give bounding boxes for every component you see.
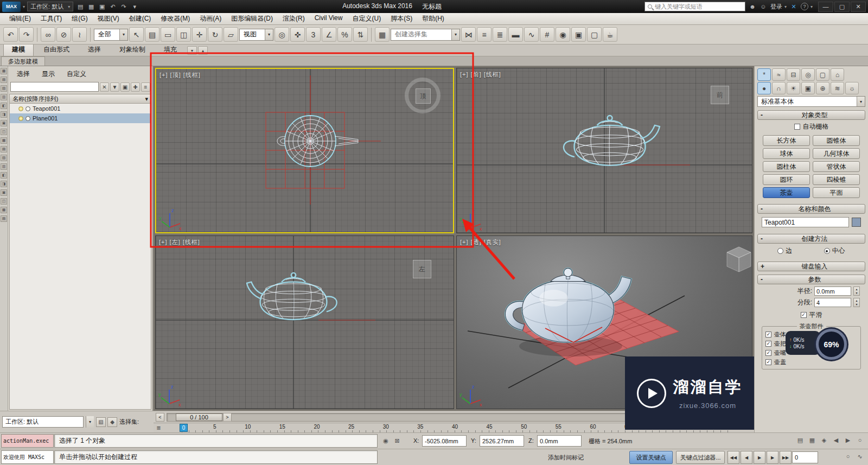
ribbon-tab[interactable]: 自由形式 <box>35 43 78 56</box>
list-item[interactable]: Teapot001 <box>10 104 151 113</box>
side-tool-icon[interactable]: ◧ <box>1 172 7 179</box>
side-tool-icon[interactable]: ◧ <box>1 103 7 109</box>
help-caret-icon[interactable]: ▾ <box>810 4 813 9</box>
segments-field[interactable]: 4 <box>814 298 851 307</box>
side-tool-icon[interactable]: ◨ <box>1 111 7 118</box>
progress-percent-badge[interactable]: 69% <box>816 329 847 360</box>
display-tab-icon[interactable]: ▢ <box>816 68 829 81</box>
help-icon[interactable]: ? <box>801 3 808 10</box>
menu-item[interactable]: 组(G) <box>67 12 92 25</box>
curve-editor-icon[interactable]: ∿ <box>524 27 539 42</box>
z-coord-field[interactable]: 0.0mm <box>537 435 582 447</box>
side-tool-icon[interactable]: ▦ <box>1 68 7 74</box>
x-coord-field[interactable]: -5025.08mm <box>422 435 467 447</box>
space-warps-category-icon[interactable]: ≋ <box>831 82 844 94</box>
object-type-button[interactable]: 圆锥体 <box>813 135 860 146</box>
time-slider-next-button[interactable]: > <box>223 413 232 422</box>
lock-explorer-icon[interactable]: ▣ <box>120 82 130 92</box>
render-setup-icon[interactable]: ▣ <box>571 27 586 42</box>
name-color-rollout-header[interactable]: - 名称和颜色 <box>757 204 865 214</box>
time-configuration-icon[interactable]: ○ <box>843 451 853 461</box>
next-frame-icon[interactable]: ▶ <box>767 451 778 464</box>
search-input[interactable]: 键入关键字或短语 <box>644 2 745 11</box>
menu-item[interactable]: 图形编辑器(D) <box>226 12 278 25</box>
lights-category-icon[interactable]: ☀ <box>787 82 800 94</box>
explorer-sort-header[interactable]: 名称(按降序排列) ▾ <box>9 94 151 104</box>
pick-parent-icon[interactable]: ✚ <box>131 82 140 92</box>
side-tool-icon[interactable]: ◫ <box>1 129 7 135</box>
viewcube[interactable]: 前 <box>711 86 729 104</box>
previous-frame-icon[interactable]: ◀ <box>741 451 752 464</box>
viewport-label[interactable]: [+] [左] [线框] <box>159 238 200 246</box>
visibility-bulb-icon[interactable] <box>18 106 23 111</box>
menu-item[interactable]: Civil View <box>310 12 348 25</box>
play-icon[interactable]: ▶ <box>754 451 765 464</box>
modify-tab-icon[interactable]: ≈ <box>772 68 786 81</box>
time-slider-prev-button[interactable]: < <box>156 413 164 422</box>
rendered-frame-window-icon[interactable]: ▢ <box>587 27 602 42</box>
keyboard-entry-rollout-header[interactable]: + 键盘输入 <box>757 262 865 271</box>
menu-item[interactable]: 脚本(S) <box>386 12 417 25</box>
viewport-label[interactable]: [+] [透] [真实] <box>460 238 501 246</box>
object-type-button[interactable]: 管状体 <box>813 161 860 172</box>
side-tool-icon[interactable]: ▥ <box>1 163 7 170</box>
side-tool-icon[interactable]: ▦ <box>1 207 7 213</box>
go-to-end-icon[interactable]: ▶▶ <box>780 451 792 464</box>
current-frame-field[interactable]: 0 <box>792 451 818 463</box>
menu-item[interactable]: 渲染(R) <box>278 12 310 25</box>
side-tool-icon[interactable]: ▤ <box>1 146 7 152</box>
cameras-category-icon[interactable]: ▣ <box>801 82 815 94</box>
menu-item[interactable]: 修改器(M) <box>156 12 195 25</box>
key-mode-toggle-icon[interactable]: ◈ <box>819 435 829 445</box>
y-coord-field[interactable]: 2526.27mm <box>480 435 524 447</box>
side-tool-icon[interactable]: ▤ <box>1 215 7 222</box>
side-tool-icon[interactable]: ▧ <box>1 155 7 161</box>
viewcube[interactable]: 左 <box>413 260 431 278</box>
teapot-part-checkbox[interactable] <box>765 359 771 365</box>
ribbon-config-icon[interactable]: ▾ <box>187 46 197 55</box>
redo-icon[interactable]: ↷ <box>19 27 34 42</box>
side-tool-icon[interactable]: ◨ <box>1 181 7 187</box>
side-tool-icon[interactable]: ▥ <box>1 94 7 100</box>
mini-curve-editor-icon[interactable]: ∿ <box>855 451 865 461</box>
close-button[interactable]: ✕ <box>851 2 866 12</box>
maxscript-mini-listener[interactable]: actionMan.exec <box>1 434 54 448</box>
menu-item[interactable]: 创建(C) <box>124 12 156 25</box>
object-type-button[interactable]: 平面 <box>813 187 860 198</box>
creation-method-rollout-header[interactable]: - 创建方法 <box>757 234 865 244</box>
open-file-icon[interactable]: ▦ <box>86 2 96 11</box>
align-icon[interactable]: ≡ <box>477 27 492 42</box>
redo-small-icon[interactable]: ↷ <box>119 2 129 11</box>
motion-tab-icon[interactable]: ◎ <box>801 68 815 81</box>
hierarchy-tab-icon[interactable]: ⊟ <box>787 68 800 81</box>
unlink-selection-icon[interactable]: ⊘ <box>56 27 71 42</box>
undo-icon[interactable]: ↶ <box>3 27 18 42</box>
side-tool-icon[interactable]: ▤ <box>1 77 7 83</box>
create-tab-icon[interactable]: * <box>757 68 771 81</box>
visibility-bulb-icon[interactable] <box>18 116 23 121</box>
edit-named-selection-icon[interactable]: ▦ <box>375 27 390 42</box>
workspace-dropdown[interactable]: 工作区: 默认 ▾ <box>27 2 73 11</box>
shapes-category-icon[interactable]: ∩ <box>772 82 786 94</box>
explorer-menu-item[interactable]: 显示 <box>36 68 60 80</box>
maxscript-welcome-line[interactable]: 欢迎使用 MAXSc <box>1 450 54 464</box>
bind-to-space-warp-icon[interactable]: ≀ <box>72 27 87 42</box>
viewport-front[interactable]: [+] [前] [线框] 前 z x y <box>456 68 752 233</box>
object-color-swatch[interactable] <box>852 218 861 227</box>
creation-method-option[interactable]: 中心 <box>824 246 845 256</box>
object-name-field[interactable]: Teapot001 <box>762 217 849 227</box>
object-type-rollout-header[interactable]: - 对象类型 <box>757 110 865 120</box>
angle-snap-icon[interactable]: ∠ <box>322 27 336 42</box>
chevron-down-icon[interactable]: ▾ <box>86 416 94 428</box>
select-and-rotate-icon[interactable]: ↻ <box>208 27 222 42</box>
isolate-toggle-icon[interactable]: ◆ <box>107 417 117 427</box>
select-and-manipulate-icon[interactable]: ✜ <box>290 27 305 42</box>
geometry-category-icon[interactable]: ● <box>757 82 771 94</box>
project-caret-icon[interactable]: ▾ <box>130 2 139 11</box>
side-tool-icon[interactable]: ◫ <box>1 198 7 205</box>
add-time-tag[interactable]: 添加时间标记 <box>548 454 584 462</box>
rectangular-selection-region-icon[interactable]: ▭ <box>161 27 175 42</box>
render-production-icon[interactable]: ☕ <box>603 27 617 42</box>
selection-lock-icon[interactable]: ⊠ <box>392 436 402 445</box>
material-editor-icon[interactable]: ◉ <box>556 27 570 42</box>
